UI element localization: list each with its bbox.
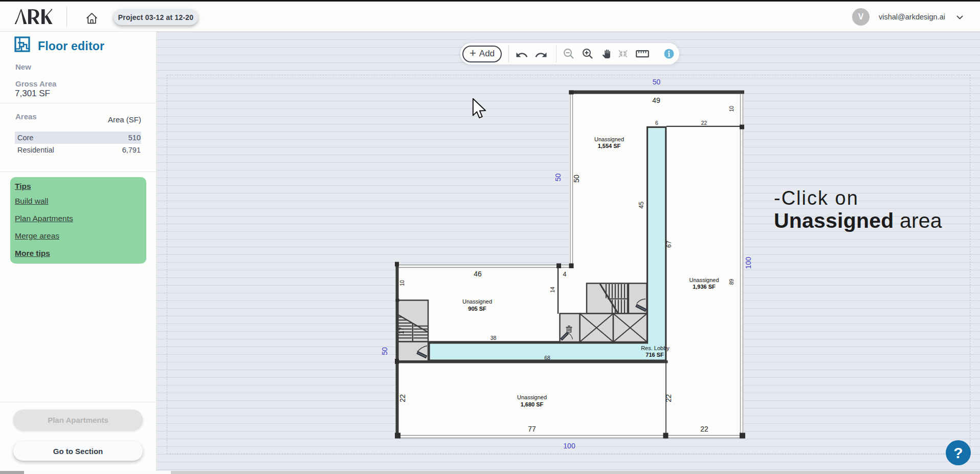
svg-text:100: 100 (744, 257, 752, 269)
svg-text:905 SF: 905 SF (468, 306, 486, 312)
svg-text:14: 14 (550, 287, 555, 293)
svg-text:4: 4 (563, 271, 567, 278)
svg-text:22: 22 (701, 120, 707, 126)
svg-text:Unassigned: Unassigned (517, 394, 547, 400)
svg-text:22: 22 (700, 425, 708, 433)
svg-text:38: 38 (491, 335, 497, 341)
svg-text:22: 22 (664, 394, 673, 402)
svg-text:1,680 SF: 1,680 SF (521, 401, 544, 407)
svg-text:50: 50 (554, 174, 562, 182)
svg-text:17: 17 (398, 327, 405, 334)
svg-text:67: 67 (665, 241, 673, 248)
svg-text:45: 45 (638, 202, 645, 209)
svg-text:46: 46 (474, 270, 482, 278)
svg-text:49: 49 (652, 96, 660, 104)
svg-text:10: 10 (399, 280, 405, 286)
svg-text:50: 50 (653, 78, 661, 86)
svg-text:Unassigned: Unassigned (689, 277, 719, 283)
svg-text:89: 89 (729, 279, 734, 285)
svg-text:Unassigned: Unassigned (462, 298, 492, 305)
svg-text:Res. Lobby: Res. Lobby (641, 345, 670, 351)
svg-text:22: 22 (398, 394, 407, 402)
svg-text:716 SF: 716 SF (645, 352, 664, 358)
svg-text:68: 68 (544, 355, 550, 361)
svg-text:6: 6 (655, 120, 658, 126)
svg-text:Unassigned: Unassigned (594, 136, 624, 142)
svg-text:50: 50 (572, 175, 581, 183)
svg-text:100: 100 (563, 442, 575, 450)
svg-text:77: 77 (528, 425, 536, 433)
svg-text:50: 50 (381, 347, 389, 355)
svg-text:1,936 SF: 1,936 SF (693, 284, 716, 290)
svg-text:10: 10 (729, 106, 734, 112)
svg-text:1,554 SF: 1,554 SF (598, 143, 621, 149)
